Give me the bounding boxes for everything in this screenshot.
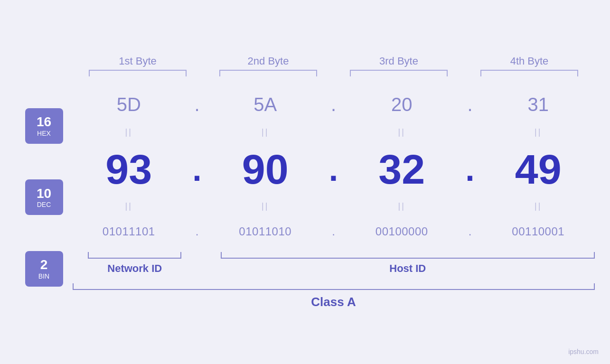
label-gap — [197, 262, 221, 275]
dec-byte2: 90 — [209, 145, 322, 194]
bracket-gap-1 — [197, 252, 221, 259]
bin-dot3: . — [458, 225, 482, 238]
network-id-bracket — [88, 252, 181, 259]
hex-dot3: . — [458, 94, 482, 115]
bin-dot1: . — [185, 225, 209, 238]
bin-base-label: BIN — [38, 272, 49, 280]
dec-dot3: . — [458, 150, 482, 188]
dec-dot2: . — [322, 150, 346, 188]
bin-byte3: 00100000 — [346, 225, 459, 238]
watermark: ipshu.com — [568, 348, 599, 355]
bin-base-number: 2 — [40, 258, 48, 272]
eq2-b3: || — [346, 201, 459, 211]
byte3-header: 3rd Byte — [334, 55, 464, 67]
eq1-b4: || — [482, 127, 595, 137]
eq2-b4: || — [482, 201, 595, 211]
equals-row-1: || || || || — [73, 124, 595, 141]
dec-byte1: 93 — [73, 145, 186, 194]
bracket-cell-4 — [464, 70, 595, 76]
top-bracket-4 — [480, 70, 578, 76]
dec-dot1: . — [185, 150, 209, 188]
host-id-bracket — [221, 252, 595, 259]
id-labels-row: Network ID Host ID — [73, 262, 595, 275]
dec-badge: 10 DEC — [25, 179, 63, 215]
hex-dot2: . — [322, 94, 346, 115]
eq2-b1: || — [73, 201, 186, 211]
byte4-header: 4th Byte — [464, 55, 595, 67]
network-bracket-cell — [73, 252, 197, 259]
bin-byte4: 00110001 — [482, 225, 595, 238]
byte1-header: 1st Byte — [73, 55, 203, 67]
host-bracket-cell — [221, 252, 595, 259]
values-grid: 5D . 5A . 20 . — [73, 86, 595, 309]
data-rows: 16 HEX 10 DEC 2 BIN 5D — [16, 86, 595, 309]
host-id-label: Host ID — [221, 262, 595, 275]
top-bracket-1 — [89, 70, 187, 76]
hex-byte3: 20 — [346, 94, 459, 115]
hex-row: 5D . 5A . 20 . — [73, 86, 595, 124]
main-container: 1st Byte 2nd Byte 3rd Byte 4th Byte — [0, 0, 610, 364]
equals-row-2: || || || || — [73, 198, 595, 215]
hex-dot1: . — [185, 94, 209, 115]
dec-row: 93 . 90 . 32 . — [73, 141, 595, 198]
eq1-b3: || — [346, 127, 459, 137]
hex-base-label: HEX — [37, 130, 51, 137]
hex-byte4: 31 — [482, 94, 595, 115]
bracket-cell-2 — [203, 70, 334, 76]
dec-base-number: 10 — [37, 187, 51, 201]
top-bracket-2 — [219, 70, 317, 76]
bracket-cell-1 — [73, 70, 203, 76]
bin-byte2: 01011010 — [209, 225, 322, 238]
hex-byte1: 5D — [73, 94, 186, 115]
top-brackets — [73, 70, 595, 76]
class-bracket-section: Class A — [73, 283, 595, 309]
hex-badge: 16 HEX — [25, 108, 63, 144]
eq1-b1: || — [73, 127, 186, 137]
hex-base-number: 16 — [37, 115, 51, 130]
eq2-b2: || — [209, 201, 322, 211]
bin-badge: 2 BIN — [25, 251, 63, 287]
byte2-header: 2nd Byte — [203, 55, 334, 67]
class-bracket — [73, 283, 595, 290]
bracket-cell-3 — [334, 70, 464, 76]
bin-row: 01011101 . 01011010 . 00100000 — [73, 215, 595, 248]
eq1-b2: || — [209, 127, 322, 137]
content-layout: 1st Byte 2nd Byte 3rd Byte 4th Byte — [16, 55, 595, 309]
network-id-label: Network ID — [73, 262, 197, 275]
byte-headers: 1st Byte 2nd Byte 3rd Byte 4th Byte — [73, 55, 595, 67]
base-labels-column: 16 HEX 10 DEC 2 BIN — [16, 86, 73, 309]
bottom-brackets-row — [73, 252, 595, 259]
dec-byte4: 49 — [482, 145, 595, 194]
hex-byte2: 5A — [209, 94, 322, 115]
top-bracket-3 — [350, 70, 448, 76]
dec-byte3: 32 — [346, 145, 459, 194]
bin-dot2: . — [322, 225, 346, 238]
class-label: Class A — [73, 295, 595, 309]
bin-byte1: 01011101 — [73, 225, 186, 238]
dec-base-label: DEC — [37, 201, 51, 208]
